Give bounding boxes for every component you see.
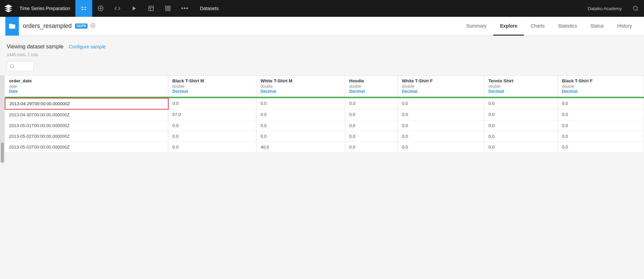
table-cell[interactable]: 0.0 — [345, 131, 398, 142]
table-cell[interactable]: 0.0 — [398, 120, 484, 131]
table-cell[interactable]: 0.0 — [345, 120, 398, 131]
table-cell[interactable]: 0.0 — [558, 109, 644, 120]
col-header-tennis-shirt[interactable]: Tennis Shirt double Decimal — [484, 76, 558, 97]
col-semantic-white-tshirt-f: Decimal — [402, 89, 480, 94]
col-name-black-tshirt-m: Black T-Shirt M — [172, 78, 252, 83]
table-cell[interactable]: 0.0 — [256, 131, 345, 142]
datasets-label: Datasets — [200, 6, 218, 11]
table-cell[interactable]: 0.0 — [558, 120, 644, 131]
global-search-icon[interactable] — [627, 0, 644, 17]
table-cell[interactable]: 0.0 — [168, 120, 256, 131]
tab-charts[interactable]: Charts — [524, 17, 551, 36]
table-row: 2013-05-03T00:00:00.000000Z0.040.00.00.0… — [5, 142, 644, 152]
table-cell[interactable]: 0.0 — [484, 131, 558, 142]
table-cell[interactable]: 0.0 — [558, 98, 644, 109]
table-cell[interactable]: 57.0 — [168, 109, 256, 120]
col-semantic-hoodie: Decimal — [349, 89, 394, 94]
scroll-thumb — [1, 143, 4, 163]
dashboard-nav-icon[interactable] — [159, 0, 176, 17]
nav-icons: ••• — [75, 0, 193, 17]
tab-history[interactable]: History — [610, 17, 639, 36]
svg-marker-2 — [133, 6, 136, 10]
table-cell[interactable]: 2013-05-01T00:00:00.000000Z — [5, 120, 168, 131]
table-cell[interactable]: 2013-05-03T00:00:00.000000Z — [5, 142, 168, 152]
col-type-order-date: date — [9, 84, 164, 89]
run-nav-icon[interactable] — [126, 0, 143, 17]
svg-line-11 — [637, 9, 638, 10]
table-cell[interactable]: 0.0 — [345, 98, 398, 109]
col-header-hoodie[interactable]: Hoodie double Decimal — [345, 76, 398, 97]
col-semantic-black-tshirt-m: Decimal — [172, 89, 252, 94]
table-cell[interactable]: 2013-04-30T00:00:00.000000Z — [5, 109, 168, 120]
table-cell[interactable]: 2013-04-29T00:00:00.000000Z — [5, 98, 168, 109]
table-cell[interactable]: 0.0 — [398, 98, 484, 109]
table-cell[interactable]: 0.0 — [558, 142, 644, 152]
svg-point-12 — [91, 23, 95, 28]
col-type-tennis-shirt: double — [489, 84, 554, 89]
flow-nav-icon[interactable] — [75, 0, 92, 17]
table-cell[interactable]: 0.0 — [484, 120, 558, 131]
table-cell[interactable]: 0.0 — [168, 131, 256, 142]
table-row: 2013-04-29T00:00:00.000000Z0.00.00.00.00… — [5, 98, 644, 109]
col-semantic-order-date: Date — [9, 89, 164, 94]
table-cell[interactable]: 2013-05-02T00:00:00.000000Z — [5, 131, 168, 142]
col-type-black-tshirt-m: double — [172, 84, 252, 89]
gdpr-badge: GDPR — [75, 24, 87, 29]
svg-rect-7 — [169, 6, 170, 8]
more-nav-icon[interactable]: ••• — [176, 0, 193, 17]
col-type-white-tshirt-m: double — [260, 84, 341, 89]
vertical-scrollbar[interactable] — [0, 75, 5, 163]
table-cell[interactable]: 40.0 — [256, 142, 345, 152]
table-row: 2013-05-02T00:00:00.000000Z0.00.00.00.00… — [5, 131, 644, 142]
table-cell[interactable]: 0.0 — [256, 109, 345, 120]
col-header-white-tshirt-f[interactable]: White T-Shirt F double Decimal — [398, 76, 484, 97]
table-cell[interactable]: 0.0 — [398, 131, 484, 142]
code-nav-icon[interactable] — [109, 0, 126, 17]
table-cell[interactable]: 0.0 — [256, 120, 345, 131]
col-header-black-tshirt-m[interactable]: Black T-Shirt M double Decimal — [168, 76, 256, 97]
table-cell[interactable]: 0.0 — [168, 98, 256, 109]
tab-status[interactable]: Status — [584, 17, 611, 36]
logo — [0, 0, 17, 17]
col-semantic-tennis-shirt: Decimal — [489, 89, 554, 94]
svg-point-10 — [633, 6, 637, 10]
table-cell[interactable]: 0.0 — [484, 98, 558, 109]
svg-rect-9 — [169, 9, 170, 11]
table-cell[interactable]: 0.0 — [345, 142, 398, 152]
tab-statistics[interactable]: Statistics — [551, 17, 584, 36]
col-header-white-tshirt-m[interactable]: White T-Shirt M double Decimal — [256, 76, 345, 97]
table-cell[interactable]: 0.0 — [484, 142, 558, 152]
viewing-info: Viewing dataset sample Configure sample — [0, 41, 644, 51]
rows-cols-info: 1446 rows, 7 cols — [0, 52, 644, 57]
search-input-icon — [10, 64, 14, 69]
table-cell[interactable]: 0.0 — [484, 109, 558, 120]
user-name: Dataiku Academy — [582, 6, 627, 11]
table-header-row: order_date date Date Black T-Shirt M dou… — [5, 76, 644, 97]
col-header-order-date[interactable]: order_date date Date — [5, 76, 168, 97]
col-name-white-tshirt-m: White T-Shirt M — [260, 78, 341, 83]
table-cell[interactable]: 0.0 — [345, 109, 398, 120]
table-container[interactable]: order_date date Date Black T-Shirt M dou… — [5, 75, 644, 153]
table-cell[interactable]: 0.0 — [168, 142, 256, 152]
table-cell[interactable]: 0.0 — [398, 109, 484, 120]
search-input-wrap[interactable] — [7, 61, 34, 71]
configure-sample-link[interactable]: Configure sample — [69, 44, 106, 49]
tab-explore[interactable]: Explore — [493, 17, 524, 36]
col-type-black-tshirt-f: double — [562, 84, 640, 89]
table-cell[interactable]: 0.0 — [398, 142, 484, 152]
svg-point-14 — [10, 65, 13, 68]
search-bar-area — [0, 57, 644, 75]
col-semantic-white-tshirt-m: Decimal — [260, 89, 341, 94]
col-header-black-tshirt-f[interactable]: Black T-Shirt F double Decimal — [558, 76, 644, 97]
table-cell[interactable]: 0.0 — [558, 131, 644, 142]
table-cell[interactable]: 0.0 — [256, 98, 345, 109]
data-table: order_date date Date Black T-Shirt M dou… — [5, 76, 644, 153]
user-section: Dataiku Academy — [582, 0, 644, 17]
table-layout: order_date date Date Black T-Shirt M dou… — [0, 75, 644, 163]
tab-summary[interactable]: Summary — [460, 17, 493, 36]
content-area: Viewing dataset sample Configure sample … — [0, 36, 644, 163]
export-nav-icon[interactable] — [143, 0, 159, 17]
col-name-white-tshirt-f: White T-Shirt F — [402, 78, 480, 83]
deploy-nav-icon[interactable] — [92, 0, 109, 17]
dataset-settings-icon[interactable] — [90, 23, 96, 30]
